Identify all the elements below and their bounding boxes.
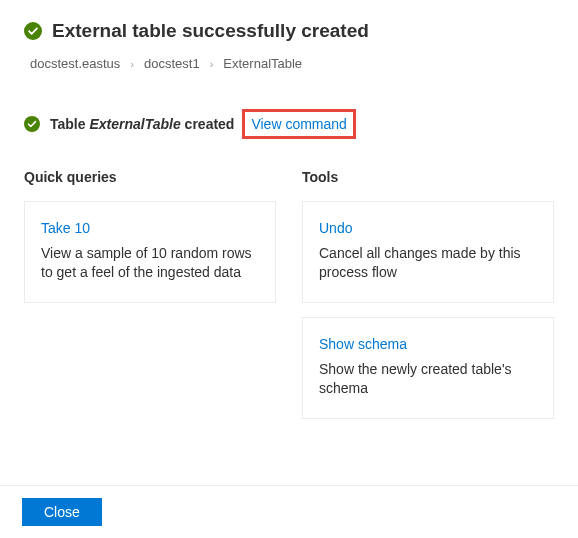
svg-point-0 [24, 22, 42, 40]
breadcrumb: docstest.eastus › docstest1 › ExternalTa… [30, 56, 554, 71]
card-desc: Cancel all changes made by this process … [319, 244, 537, 282]
page-title: External table successfully created [52, 20, 369, 42]
card-undo[interactable]: Undo Cancel all changes made by this pro… [302, 201, 554, 303]
chevron-right-icon: › [210, 58, 214, 70]
chevron-right-icon: › [130, 58, 134, 70]
tools-column: Tools Undo Cancel all changes made by th… [302, 169, 554, 419]
success-check-icon [24, 22, 42, 40]
success-check-icon [24, 116, 40, 132]
card-title: Show schema [319, 336, 537, 352]
card-take-10[interactable]: Take 10 View a sample of 10 random rows … [24, 201, 276, 303]
status-row: Table ExternalTable created View command [24, 109, 554, 139]
footer: Close [0, 485, 578, 538]
breadcrumb-item[interactable]: docstest1 [144, 56, 200, 71]
svg-point-1 [24, 116, 40, 132]
card-desc: Show the newly created table's schema [319, 360, 537, 398]
page-header: External table successfully created [24, 20, 554, 42]
tools-heading: Tools [302, 169, 554, 185]
status-suffix: created [181, 116, 235, 132]
close-button[interactable]: Close [22, 498, 102, 526]
card-title: Undo [319, 220, 537, 236]
status-prefix: Table [50, 116, 89, 132]
card-show-schema[interactable]: Show schema Show the newly created table… [302, 317, 554, 419]
quick-queries-column: Quick queries Take 10 View a sample of 1… [24, 169, 276, 419]
breadcrumb-item[interactable]: ExternalTable [223, 56, 302, 71]
status-text: Table ExternalTable created [50, 116, 234, 132]
status-table-name: ExternalTable [89, 116, 180, 132]
breadcrumb-item[interactable]: docstest.eastus [30, 56, 120, 71]
card-desc: View a sample of 10 random rows to get a… [41, 244, 259, 282]
quick-queries-heading: Quick queries [24, 169, 276, 185]
card-title: Take 10 [41, 220, 259, 236]
view-command-link[interactable]: View command [242, 109, 355, 139]
